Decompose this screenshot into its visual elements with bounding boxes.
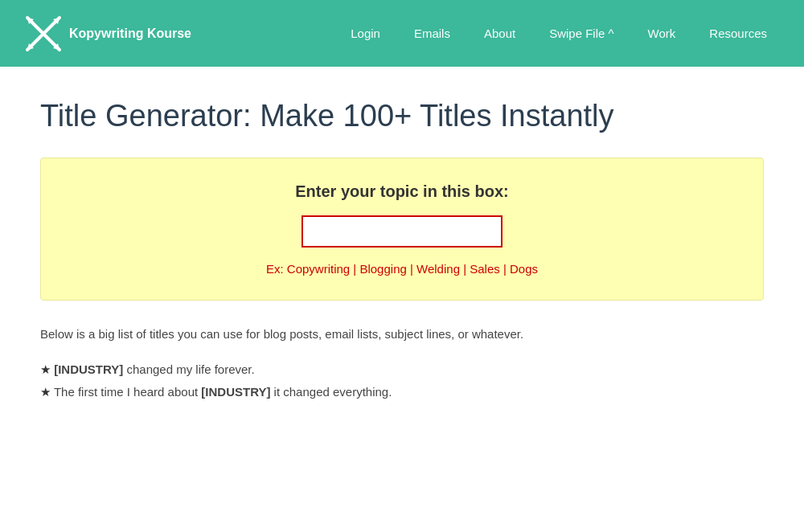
input-box-label: Enter your topic in this box:: [73, 182, 731, 201]
logo-icon: [24, 14, 63, 53]
logo[interactable]: Kopywriting Kourse: [24, 14, 191, 53]
examples-prefix: Ex:: [266, 262, 287, 276]
title-suffix: changed my life forever.: [123, 362, 254, 376]
examples-text: Ex: Copywriting | Blogging | Welding | S…: [73, 262, 731, 276]
title-suffix: it changed everything.: [270, 385, 392, 399]
nav-about[interactable]: About: [471, 20, 528, 47]
nav-emails[interactable]: Emails: [401, 20, 463, 47]
nav-login[interactable]: Login: [338, 20, 393, 47]
nav-work[interactable]: Work: [635, 20, 689, 47]
nav-swipe-file[interactable]: Swipe File ^: [536, 20, 626, 47]
topic-input-box: Enter your topic in this box: Ex: Copywr…: [40, 158, 764, 301]
topic-input[interactable]: [302, 215, 503, 248]
titles-list: [INDUSTRY] changed my life forever. The …: [40, 360, 764, 402]
logo-text: Kopywriting Kourse: [69, 26, 191, 41]
list-item: The first time I heard about [INDUSTRY] …: [40, 383, 764, 402]
industry-bold: [INDUSTRY]: [54, 362, 123, 376]
industry-bold: [INDUSTRY]: [201, 385, 270, 399]
examples-values: Copywriting | Blogging | Welding | Sales…: [287, 262, 538, 276]
title-prefix: The first time I heard about: [54, 385, 201, 399]
main-nav: Login Emails About Swipe File ^ Work Res…: [338, 20, 780, 47]
site-header: Kopywriting Kourse Login Emails About Sw…: [0, 0, 804, 67]
description-text: Below is a big list of titles you can us…: [40, 325, 764, 344]
page-title: Title Generator: Make 100+ Titles Instan…: [40, 99, 764, 133]
list-item: [INDUSTRY] changed my life forever.: [40, 360, 764, 379]
nav-resources[interactable]: Resources: [696, 20, 780, 47]
main-content: Title Generator: Make 100+ Titles Instan…: [0, 67, 804, 532]
